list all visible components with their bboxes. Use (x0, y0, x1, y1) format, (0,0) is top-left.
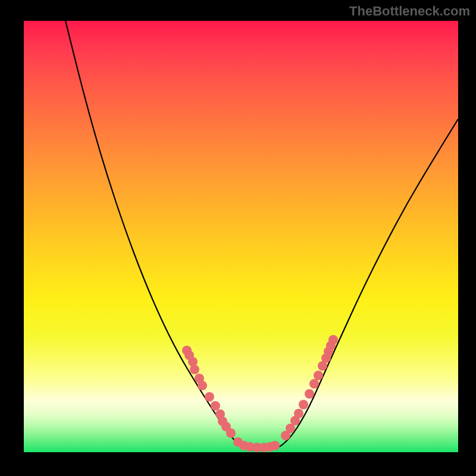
scatter-dot (294, 409, 303, 418)
scatter-dot (226, 428, 236, 438)
scatter-dot (270, 441, 280, 450)
scatter-dot (305, 389, 314, 399)
scatter-dot (190, 365, 199, 374)
scatter-dot (205, 392, 214, 402)
scatter-dot (211, 401, 220, 411)
watermark-text: TheBottleneck.com (349, 4, 470, 19)
scatter-dot (299, 400, 308, 409)
scatter-dot (314, 371, 323, 380)
scatter-dot (328, 335, 338, 345)
chart-plot-area (24, 21, 458, 452)
scatter-dot (198, 381, 207, 390)
scatter-dot (309, 379, 319, 389)
v-curve (65, 21, 458, 450)
chart-svg (24, 21, 458, 452)
